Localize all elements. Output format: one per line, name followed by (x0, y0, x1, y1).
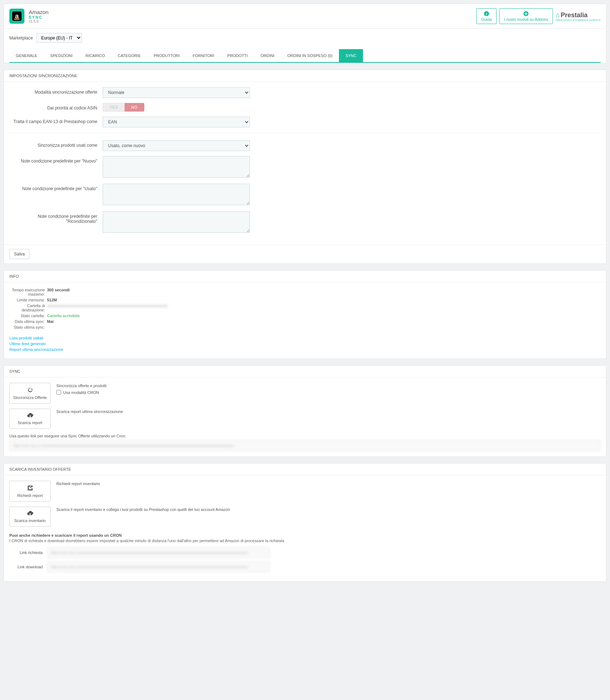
download-report-button[interactable]: Scarica report (9, 409, 51, 429)
mode-label: Modalità sincronizzazione offerte (9, 87, 103, 95)
request-report-desc: Richiedi report inventario (56, 481, 100, 486)
note-used-label: Note condizione predefinite per "Usato" (9, 184, 103, 191)
mem-label: Limite memoria: (9, 298, 47, 302)
folder-value: xxxxxxxxxxxxxxxxxxxxxxxxxxxxxxxxxxxxxxxx… (47, 304, 168, 312)
module-version: v1.5.0 (29, 19, 48, 23)
lsync-value: Mai (47, 319, 53, 324)
tab-ricarico[interactable]: RICARICO (79, 49, 111, 62)
brand-logo: ⌂Prestalia PRESTASHOP ECOMMERCE EXPERTS (556, 11, 601, 21)
tab-ordini[interactable]: ORDINI (254, 49, 281, 62)
fstate-label: Stato cartella: (9, 314, 47, 318)
cron-sub: I CRON di richiesta e download dovrebber… (9, 539, 601, 543)
download-inventory-desc: Scarica il report inventario e collega i… (56, 507, 230, 512)
cron-checkbox[interactable] (56, 390, 61, 395)
folder-label: Cartella di destinazione: (9, 304, 47, 312)
action-label: Scarica report (18, 421, 42, 425)
guide-button[interactable]: i Guida (476, 8, 496, 24)
request-report-button[interactable]: Richiedi report (9, 481, 51, 502)
note-new-label: Note condizione predefinite per "Nuovo" (9, 156, 103, 164)
ean-select[interactable]: EAN (103, 117, 250, 127)
note-new-textarea[interactable] (103, 156, 250, 178)
tab-fornitori[interactable]: FORNITORI (186, 49, 221, 62)
exec-value: 300 secondi (47, 288, 70, 296)
module-header: a Amazon SYNC v1.5.0 i Guida I nostri mo… (4, 4, 606, 29)
sync-offers-desc: Sincronizza offerte e prodotti (56, 383, 107, 388)
info-link[interactable]: Lista prodotti saltati (9, 336, 601, 340)
tab-sync[interactable]: SYNC (339, 49, 363, 62)
action-label: Richiedi report (17, 493, 43, 498)
mode-select[interactable]: Normale (103, 87, 250, 98)
sstate-label: Stato ultima sync: (9, 325, 47, 329)
sync-panel: SYNC Sincronizza Offerte Sincronizza off… (4, 365, 606, 457)
addons-button[interactable]: I nostri moduli su Addons (499, 8, 553, 24)
mem-value: 512M (47, 298, 57, 302)
module-subtitle: SYNC (29, 15, 48, 19)
refresh-icon (27, 387, 33, 393)
asin-toggle[interactable]: YES NO (103, 103, 250, 112)
info-link[interactable]: Report ultima sincronizzazione (9, 347, 601, 352)
info-panel: INFO Tempo esecuzione massimo:300 second… (4, 270, 606, 359)
sync-offers-button[interactable]: Sincronizza Offerte (9, 383, 51, 404)
addons-label: I nostri moduli su Addons (504, 17, 548, 22)
note-refurb-textarea[interactable] (103, 211, 250, 233)
tab-categorie[interactable]: CATEGORIE (111, 49, 147, 62)
action-label: Scarica inventario (14, 518, 46, 523)
link-request-input[interactable]: http://xxx.xxx.x.xxxxxxxxxxxxxxxxxxxxxxx… (47, 547, 270, 558)
marketplace-label: Marketplace (9, 36, 33, 41)
cloud-download-icon (27, 413, 34, 418)
cloud-download-icon (27, 511, 34, 516)
inventory-panel: SCARICA INVENTARIO OFFERTE Richiedi repo… (4, 463, 606, 582)
share-icon (27, 485, 33, 491)
cron-checkbox-row[interactable]: Usa modalità CRON (56, 390, 107, 395)
fstate-value: Cartella scrivibile (47, 314, 80, 318)
toggle-yes[interactable]: YES (103, 103, 125, 112)
marketplace-select[interactable]: Europe (EU) - IT (36, 33, 82, 43)
used-select[interactable]: Usato, come nuovo (103, 140, 250, 151)
topbar: Marketplace Europe (EU) - IT GENERALESPE… (4, 29, 606, 63)
plus-circle-icon (523, 11, 529, 17)
tab-prodotti[interactable]: PRODOTTI (221, 49, 254, 62)
cron-url[interactable]: http://xxx.xxx.x.xxxxxxxxxxxxxxxxxxxxxxx… (9, 440, 601, 451)
link-request-label: Link richiesta (9, 550, 47, 555)
download-report-desc: Scarica report ultima sincronizzazione (56, 409, 123, 414)
toggle-no[interactable]: NO (125, 103, 145, 112)
note-refurb-label: Note condizione predefinite per "Ricondi… (9, 211, 103, 224)
asin-label: Dai priorità al codice ASIN (9, 103, 103, 111)
sync-settings-panel: IMPOSTAZIONI SINCRONIZZAZIONE Modalità s… (4, 70, 606, 264)
cron-hint: Usa questo link per eseguire una Sync Of… (9, 434, 601, 438)
module-title: Amazon (29, 9, 48, 15)
panel-title: INFO (4, 271, 606, 282)
cron-checkbox-label: Usa modalità CRON (63, 390, 99, 395)
module-logo: a (9, 9, 24, 24)
panel-title: SYNC (4, 366, 606, 377)
tab-produttori[interactable]: PRODUTTORI (147, 49, 186, 62)
link-download-input[interactable]: http://xxx.xxx.x.xxxxxxxxxxxxxxxxxxxxxxx… (47, 562, 270, 572)
note-used-textarea[interactable] (103, 184, 250, 205)
download-inventory-button[interactable]: Scarica inventario (9, 507, 51, 527)
tabs: GENERALESPEDIZIONIRICARICOCATEGORIEPRODU… (9, 49, 601, 63)
used-label: Sincronizza prodotti usati come (9, 140, 103, 148)
info-icon: i (484, 11, 489, 17)
ean-label: Tratta il campo EAN-13 di Prestashop com… (9, 117, 103, 124)
cron-title: Puoi anche richiedere e scaricare il rep… (9, 533, 601, 537)
lsync-label: Data ultima sync: (9, 319, 47, 324)
tab-generale[interactable]: GENERALE (9, 49, 44, 62)
guide-label: Guida (481, 17, 492, 22)
save-button[interactable]: Salva (9, 249, 29, 259)
panel-title: SCARICA INVENTARIO OFFERTE (4, 464, 606, 475)
tab-ordini-in-sospeso-0-[interactable]: ORDINI IN SOSPESO (0) (281, 49, 339, 62)
panel-title: IMPOSTAZIONI SINCRONIZZAZIONE (4, 70, 606, 82)
tab-spedizioni[interactable]: SPEDIZIONI (44, 49, 79, 62)
link-download-label: Link download (9, 565, 47, 569)
info-link[interactable]: Ultimo feed generato (9, 342, 601, 346)
exec-label: Tempo esecuzione massimo: (9, 288, 47, 296)
action-label: Sincronizza Offerte (13, 395, 47, 400)
